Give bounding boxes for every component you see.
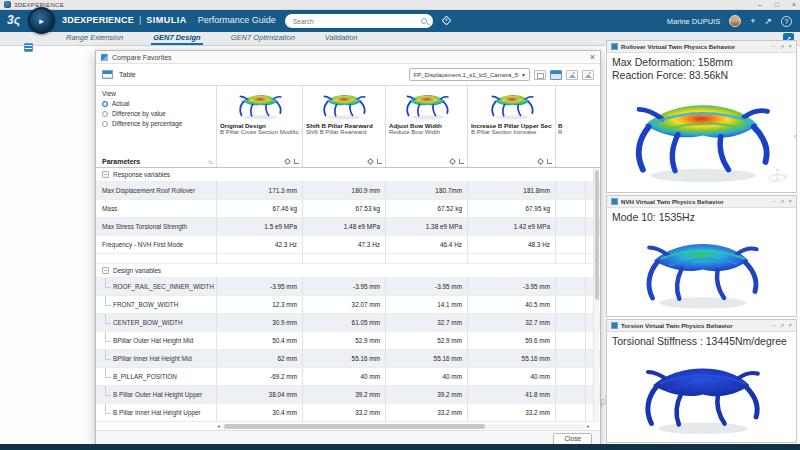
table-icon bbox=[102, 70, 113, 79]
row-label: B Pillar Outer Hat Height Upper bbox=[96, 386, 217, 403]
image-compare-icon[interactable] bbox=[582, 70, 594, 80]
column-measure-icon[interactable] bbox=[377, 159, 382, 164]
view-option-difference-by-value[interactable]: Difference by value bbox=[102, 110, 212, 117]
panel-minimize-icon[interactable]: – bbox=[772, 198, 775, 205]
window-maximize-icon[interactable]: □ bbox=[775, 0, 779, 10]
cell-value: 67.46 kg bbox=[217, 200, 303, 217]
tab-gen7-design[interactable]: GEN7 Design bbox=[151, 33, 203, 45]
table-row: B_PILLAR_POSITION-69.2 mm40 mm40 mm40 mm bbox=[96, 368, 600, 386]
status-strip bbox=[0, 444, 800, 450]
dialog-titlebar: Compare Favorites × bbox=[96, 51, 600, 64]
column-measure-icon[interactable] bbox=[547, 159, 552, 164]
search-box[interactable] bbox=[285, 14, 433, 28]
column-measure-icon[interactable] bbox=[294, 159, 299, 164]
cell-value: 171.3 mm bbox=[217, 182, 303, 199]
brand-product: SIMULIA bbox=[146, 15, 187, 25]
table-view-icon[interactable] bbox=[550, 70, 562, 80]
panel-titlebar[interactable]: Torsion Virtual Twin Physics Behavior – … bbox=[607, 320, 796, 332]
panel-close-icon[interactable]: × bbox=[788, 322, 792, 329]
panel-metric: Torsional Stiffness : 13445Nm/degree bbox=[612, 335, 791, 348]
panel-popout-icon[interactable]: ↗ bbox=[779, 198, 784, 205]
collapse-icon[interactable]: − bbox=[102, 171, 109, 178]
column-tag-icon[interactable] bbox=[367, 157, 374, 164]
panel-metric: Max Deformation: 158mm bbox=[612, 56, 791, 69]
ds-logo-icon: 3ς bbox=[7, 13, 20, 27]
panel-close-icon[interactable]: × bbox=[788, 198, 792, 205]
view-option-difference-by-percentage[interactable]: Difference by percentage bbox=[102, 120, 212, 127]
cell-value: 67.53 kg bbox=[303, 200, 386, 217]
panel-popout-icon[interactable]: ↗ bbox=[779, 43, 784, 50]
panel-close-icon[interactable]: × bbox=[788, 43, 792, 50]
section-row-response-variables[interactable]: −Response variables bbox=[96, 168, 600, 182]
table-row: B Pillar Outer Hat Height Upper38.04 mm3… bbox=[96, 386, 600, 404]
column-thumbnail[interactable] bbox=[389, 88, 464, 122]
column-measure-icon[interactable] bbox=[459, 159, 464, 164]
row-label: Max Displacement Roof Rollover bbox=[96, 182, 217, 199]
cell-value: 180.9 mm bbox=[303, 182, 386, 199]
compass-icon[interactable]: ▸ bbox=[28, 7, 55, 34]
tab-validation[interactable]: Validation bbox=[323, 33, 360, 45]
horizontal-scrollbar[interactable]: ◂ ▸ bbox=[217, 422, 590, 430]
search-input[interactable] bbox=[291, 17, 421, 26]
vertical-scrollbar[interactable] bbox=[593, 168, 599, 421]
section-row-design-variables[interactable]: −Design variables bbox=[96, 264, 600, 278]
cell-partial bbox=[556, 368, 586, 385]
cell-partial bbox=[556, 218, 586, 235]
panel-titlebar[interactable]: NVH Virtual Twin Physics Behavior – ↗ × bbox=[607, 196, 796, 208]
table-row: ROOF_RAIL_SEC_INNER_WIDTH-3.95 mm-3.95 m… bbox=[96, 278, 600, 296]
scroll-left-icon[interactable]: ◂ bbox=[217, 422, 220, 430]
column-tag-icon[interactable] bbox=[449, 157, 456, 164]
radio-icon[interactable] bbox=[102, 101, 108, 107]
column-tag-icon[interactable] bbox=[284, 157, 291, 164]
column-thumbnail[interactable] bbox=[220, 88, 299, 122]
user-name[interactable]: Marine DUPUIS bbox=[667, 17, 720, 26]
radio-icon[interactable] bbox=[102, 121, 108, 127]
cell-value: 39.2 mm bbox=[303, 386, 386, 403]
panel-metrics: Torsional Stiffness : 13445Nm/degree bbox=[607, 332, 796, 348]
avatar[interactable] bbox=[729, 15, 741, 27]
window-minimize-icon[interactable]: – bbox=[758, 0, 762, 10]
dialog-close-icon[interactable]: × bbox=[590, 52, 595, 63]
tag-icon[interactable] bbox=[442, 16, 452, 26]
sort-icon[interactable]: ↑↓ bbox=[208, 159, 212, 165]
column-thumbnail[interactable] bbox=[306, 88, 382, 122]
view-option-actual[interactable]: Actual bbox=[102, 100, 212, 107]
panel-minimize-icon[interactable]: – bbox=[772, 322, 775, 329]
help-icon[interactable]: ? bbox=[781, 16, 792, 27]
scroll-right-icon[interactable]: ▸ bbox=[587, 422, 590, 430]
fea-model-nvh[interactable] bbox=[607, 224, 796, 316]
hscroll-thumb[interactable] bbox=[224, 424, 485, 429]
search-icon[interactable] bbox=[421, 18, 427, 24]
brand-area: 3DEXPERIENCE | SIMULIA Performance Guide bbox=[62, 15, 276, 25]
column-name: Shift B Pillar Rearward bbox=[306, 122, 382, 129]
chevron-left-icon[interactable]: ‹ bbox=[794, 133, 796, 140]
image-view-icon[interactable] bbox=[566, 70, 578, 80]
column-thumbnail[interactable] bbox=[471, 88, 552, 122]
panel-minimize-icon[interactable]: – bbox=[772, 43, 775, 50]
tab-range-extension[interactable]: Range Extension bbox=[64, 33, 125, 45]
row-label: B Pillar Inner Hat Height Upper bbox=[96, 404, 217, 421]
window-close-icon[interactable]: × bbox=[792, 0, 796, 10]
column-tag-icon[interactable] bbox=[537, 157, 544, 164]
cell-value: 52.9 mm bbox=[303, 332, 386, 349]
fea-model-torsion[interactable] bbox=[607, 348, 796, 442]
vscroll-thumb[interactable] bbox=[595, 170, 599, 300]
radio-icon[interactable] bbox=[102, 111, 108, 117]
tab-gen7-optimization[interactable]: GEN7 Optimization bbox=[229, 33, 297, 45]
panel-icon bbox=[611, 43, 618, 50]
app-name: Performance Guide bbox=[198, 15, 276, 25]
share-icon[interactable]: ↗ bbox=[764, 15, 772, 27]
panel-titlebar[interactable]: Rollover Virtual Twin Physics Behavior –… bbox=[607, 41, 796, 53]
collapse-icon[interactable]: − bbox=[102, 267, 109, 274]
cell-value: 41.8 mm bbox=[468, 386, 556, 403]
app-frame-icon[interactable] bbox=[24, 43, 33, 52]
add-icon[interactable]: + bbox=[750, 15, 755, 27]
parameters-label: Parameters bbox=[102, 158, 140, 165]
view-select[interactable]: FP_Displacement.1_s1_lc0_Camera_5 ▾ bbox=[409, 68, 530, 81]
row-label: B_PILLAR_POSITION bbox=[96, 368, 217, 385]
cell-partial bbox=[556, 200, 586, 217]
open-window-icon[interactable] bbox=[534, 70, 546, 80]
spacer-row bbox=[96, 254, 600, 264]
panel-popout-icon[interactable]: ↗ bbox=[779, 322, 784, 329]
fea-model-rollover[interactable]: ‹ zx bbox=[607, 82, 796, 192]
